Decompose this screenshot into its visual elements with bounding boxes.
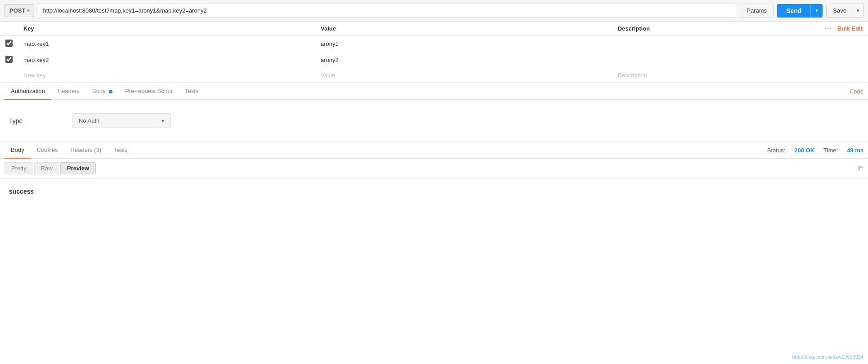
copy-icon[interactable]: ⧉ <box>853 164 868 173</box>
more-icon[interactable]: ··· <box>825 25 832 32</box>
row2-checkbox[interactable] <box>5 56 13 63</box>
tab-pre-request-script[interactable]: Pre-request Script <box>119 83 179 100</box>
res-tab-tests[interactable]: Tests <box>107 142 134 159</box>
row2-description[interactable] <box>613 52 783 68</box>
save-btn-group: Save ▾ <box>826 4 864 18</box>
request-tabs: Authorization Headers Body Pre-request S… <box>0 83 868 100</box>
row1-description[interactable] <box>613 36 783 52</box>
response-tabs: Body Cookies Headers (3) Tests Status: 2… <box>0 142 868 159</box>
res-tab-cookies[interactable]: Cookies <box>31 142 64 159</box>
new-row: New key Value Description <box>0 68 868 83</box>
new-key-placeholder: New key <box>23 72 46 79</box>
code-link[interactable]: Code <box>850 88 864 95</box>
auth-section: Type No Auth ▾ <box>0 100 868 142</box>
status-value: 200 OK <box>794 147 814 154</box>
auth-type-select[interactable]: No Auth ▾ <box>72 113 171 128</box>
auth-row: Type No Auth ▾ <box>9 113 859 128</box>
save-button[interactable]: Save <box>827 4 853 17</box>
params-table: Key Value Description ··· Bulk Edit map.… <box>0 22 868 83</box>
row1-value[interactable]: arony1 <box>315 36 613 52</box>
method-chevron: ▾ <box>27 8 29 13</box>
save-dropdown-button[interactable]: ▾ <box>853 4 863 17</box>
response-body: success <box>0 179 868 204</box>
description-placeholder: Description <box>618 72 647 79</box>
res-tab-body[interactable]: Body <box>4 142 31 159</box>
response-content: success <box>9 188 34 195</box>
view-toggle-bar: Pretty Raw Preview ⧉ <box>0 159 868 179</box>
auth-type-label: Type <box>9 117 63 124</box>
table-row: map.key1 arony1 <box>0 36 868 52</box>
params-button[interactable]: Params <box>740 4 774 18</box>
view-toggle: Pretty Raw Preview <box>0 159 100 178</box>
send-btn-group: Send ▾ <box>777 4 823 18</box>
tab-headers[interactable]: Headers <box>51 83 86 100</box>
tab-body[interactable]: Body <box>86 83 119 100</box>
value-placeholder: Value <box>321 72 335 79</box>
tab-tests[interactable]: Tests <box>179 83 205 100</box>
row1-checkbox[interactable] <box>5 40 13 47</box>
time-value: 48 ms <box>847 147 864 154</box>
auth-chevron-icon: ▾ <box>161 118 164 124</box>
col-description-header: Description <box>613 22 783 36</box>
url-input[interactable] <box>38 4 736 18</box>
top-bar: POST ▾ Params Send ▾ Save ▾ <box>0 0 868 22</box>
col-actions-header: ··· Bulk Edit <box>783 22 868 36</box>
time-label: Time: <box>823 147 838 154</box>
send-button[interactable]: Send <box>777 4 810 18</box>
tab-authorization[interactable]: Authorization <box>4 83 51 100</box>
col-key-header: Key <box>18 22 315 36</box>
method-select[interactable]: POST ▾ <box>4 4 34 17</box>
row2-key[interactable]: map.key2 <box>18 52 315 68</box>
auth-selected-value: No Auth <box>79 117 99 124</box>
body-dot <box>109 90 112 93</box>
pretty-button[interactable]: Pretty <box>4 162 33 174</box>
method-label: POST <box>9 7 25 14</box>
res-tab-headers[interactable]: Headers (3) <box>64 142 108 159</box>
preview-button[interactable]: Preview <box>60 162 96 174</box>
send-dropdown-button[interactable]: ▾ <box>810 4 823 18</box>
response-status: Status: 200 OK Time: 48 ms <box>767 147 864 154</box>
table-row: map.key2 arony2 <box>0 52 868 68</box>
status-label: Status: <box>767 147 785 154</box>
row2-value[interactable]: arony2 <box>315 52 613 68</box>
row1-key[interactable]: map.key1 <box>18 36 315 52</box>
col-value-header: Value <box>315 22 613 36</box>
raw-button[interactable]: Raw <box>34 162 59 174</box>
bulk-edit-button[interactable]: Bulk Edit <box>837 25 863 32</box>
params-section: Key Value Description ··· Bulk Edit map.… <box>0 22 868 83</box>
